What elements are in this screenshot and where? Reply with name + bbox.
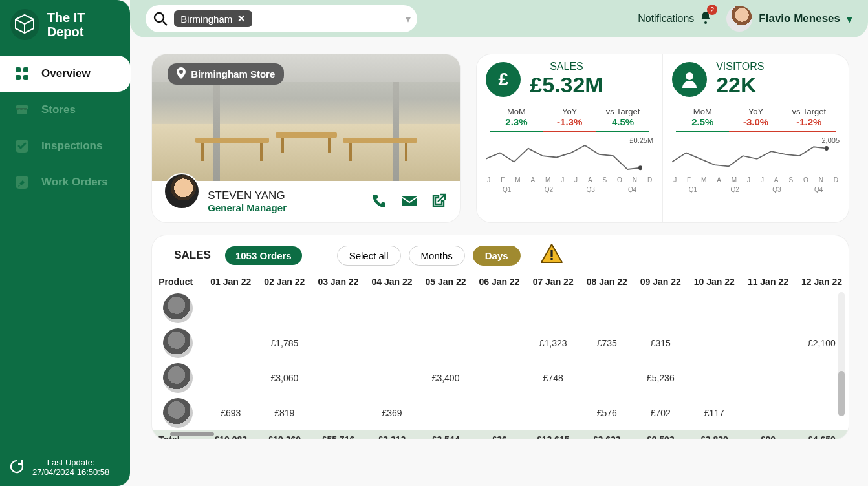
col-date: 12 Jan 22 <box>795 273 849 291</box>
chip-remove-icon[interactable]: ✕ <box>237 13 246 25</box>
svg-rect-15 <box>550 250 552 257</box>
svg-rect-2 <box>16 75 21 80</box>
nav-label: Stores <box>41 103 76 116</box>
metric-value: 2.5% <box>676 116 729 132</box>
sales-sparkline: £0.25M JFMAMJJASOND Q1Q2Q3Q4 <box>486 136 653 185</box>
svg-rect-3 <box>23 75 28 80</box>
metric-label: MoM <box>676 107 729 116</box>
cell <box>419 291 473 326</box>
col-date: 08 Jan 22 <box>580 273 634 291</box>
nav-workorders[interactable]: Work Orders <box>0 164 130 200</box>
nav-overview[interactable]: Overview <box>0 56 131 92</box>
hammer-icon <box>13 173 31 191</box>
total-cell: £19,260 <box>257 430 311 439</box>
person-icon <box>672 62 707 97</box>
nav: Overview Stores Inspections Work Orders <box>0 56 130 200</box>
metric-label: MoM <box>490 107 543 116</box>
store-name: Birmingham Store <box>191 69 275 79</box>
notifications-count: 2 <box>707 5 717 15</box>
col-date: 07 Jan 22 <box>526 273 580 291</box>
metric-value: -1.3% <box>543 116 596 132</box>
search-input[interactable]: Birmingham ✕ ▾ <box>146 5 417 32</box>
total-cell: £2,820 <box>688 430 741 439</box>
col-date: 04 Jan 22 <box>365 273 418 291</box>
col-date: 11 Jan 22 <box>741 273 795 291</box>
scrollbar[interactable] <box>838 292 845 416</box>
cell <box>741 291 795 326</box>
cell <box>473 291 526 326</box>
cell <box>419 396 473 430</box>
months-axis: JFMAMJJASOND <box>486 176 653 184</box>
cell: £693 <box>204 396 257 430</box>
manager-title: General Manager <box>208 202 287 215</box>
cell: £3,060 <box>257 361 311 396</box>
cell: £819 <box>257 396 311 430</box>
cell <box>419 326 473 361</box>
nav-label: Inspections <box>41 140 102 153</box>
table-row: £693£819£369£576£702£117 <box>152 396 849 430</box>
months-button[interactable]: Months <box>409 246 465 266</box>
cell: £315 <box>634 326 688 361</box>
product-cell <box>152 291 204 326</box>
kpi-metrics: MoM2.5%YoY-3.0%vs Target-1.2% <box>676 107 836 132</box>
col-product: Product <box>152 273 204 291</box>
last-update-label: Last Update: <box>32 458 109 467</box>
notifications-label: Notifications <box>638 13 694 25</box>
chevron-down-icon[interactable]: ▾ <box>406 13 411 25</box>
store-card: Birmingham Store STEVEN YANG General Man… <box>152 54 460 222</box>
table-row: £3,060£3,400£748£5,236 <box>152 361 849 396</box>
cell <box>688 291 741 326</box>
grid-icon <box>13 65 31 83</box>
cell <box>741 361 795 396</box>
cell <box>526 396 580 430</box>
scrollbar-thumb[interactable] <box>838 371 845 416</box>
open-link-icon[interactable] <box>430 193 448 211</box>
search-icon <box>152 10 169 27</box>
metric-value: 4.5% <box>596 116 649 132</box>
pin-icon <box>177 67 186 81</box>
mail-icon[interactable] <box>400 193 418 211</box>
spark-end-label: £0.25M <box>629 136 653 144</box>
store-location-pill: Birmingham Store <box>168 63 284 85</box>
search-chip[interactable]: Birmingham ✕ <box>174 10 252 27</box>
refresh-icon[interactable] <box>8 458 26 476</box>
svg-point-7 <box>155 13 164 22</box>
table-row: £1,785£1,323£735£315£2,100 <box>152 326 849 361</box>
metric-label: vs Target <box>596 107 649 116</box>
total-cell: £36 <box>473 430 526 439</box>
total-cell: £13,615 <box>526 430 580 439</box>
product-cell <box>152 361 204 396</box>
product-thumbnail <box>163 293 193 323</box>
cell <box>311 291 365 326</box>
phone-icon[interactable] <box>371 193 389 211</box>
brand: The IT Depot <box>0 0 130 49</box>
nav-label: Overview <box>41 67 91 80</box>
nav-stores[interactable]: Stores <box>0 92 130 128</box>
svg-point-9 <box>704 21 707 24</box>
orders-pill: 1053 Orders <box>225 246 302 265</box>
kpi-panel: £ SALES £5.32M MoM2.3%YoY-1.3%vs Target4… <box>477 54 849 222</box>
nav-inspections[interactable]: Inspections <box>0 128 130 164</box>
topbar: Birmingham ✕ ▾ Notifications 2 Flavio Me… <box>130 0 868 37</box>
svg-rect-16 <box>550 258 552 260</box>
sales-grid[interactable]: Product01 Jan 2202 Jan 2203 Jan 2204 Jan… <box>152 273 849 439</box>
quarters-axis: Q1Q2Q3Q4 <box>486 185 653 193</box>
kpi-label: SALES <box>530 61 603 72</box>
notifications-button[interactable]: Notifications 2 <box>638 10 713 28</box>
col-date: 10 Jan 22 <box>688 273 741 291</box>
select-all-button[interactable]: Select all <box>337 246 401 266</box>
total-cell: £2,623 <box>580 430 634 439</box>
col-date: 01 Jan 22 <box>204 273 257 291</box>
cell <box>365 326 418 361</box>
cell: £702 <box>634 396 688 430</box>
user-menu[interactable]: Flavio Meneses ▾ <box>726 6 852 32</box>
visitors-sparkline: 2,005 JFMAMJJASOND Q1Q2Q3Q4 <box>672 136 840 185</box>
cell <box>311 326 365 361</box>
total-cell: £55,716 <box>311 430 365 439</box>
kpi-metrics: MoM2.3%YoY-1.3%vs Target4.5% <box>490 107 649 132</box>
days-button[interactable]: Days <box>473 246 521 266</box>
sidebar: The IT Depot Overview Stores Inspections… <box>0 0 130 486</box>
cell: £117 <box>688 396 741 430</box>
kpi-metric: YoY-1.3% <box>543 107 596 132</box>
svg-rect-11 <box>402 196 417 206</box>
